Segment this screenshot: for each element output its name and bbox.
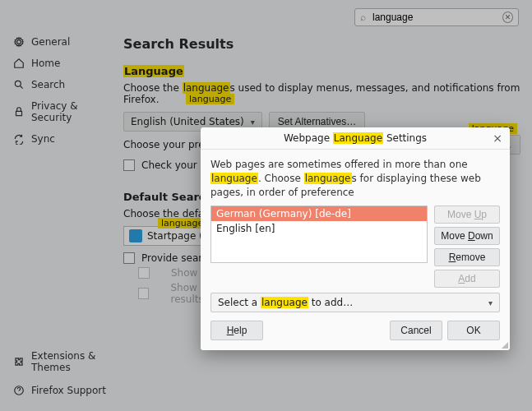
help-icon xyxy=(13,385,25,396)
clear-search-icon[interactable]: ✕ xyxy=(502,12,513,23)
provide-suggestions-checkbox[interactable] xyxy=(123,252,135,264)
search-hit-tooltip: language xyxy=(186,94,234,104)
sidebar-item-home[interactable]: Home xyxy=(13,58,118,69)
ok-button[interactable]: OK xyxy=(447,321,500,340)
search-nav-icon xyxy=(13,79,25,90)
sync-icon xyxy=(13,133,25,145)
move-down-button[interactable]: Move Down xyxy=(434,227,500,245)
move-up-button: Move Up xyxy=(434,206,500,224)
settings-search[interactable]: ⌕ ✕ xyxy=(354,8,519,26)
sidebar-item-support[interactable]: Firefox Support xyxy=(13,385,118,396)
add-language-select[interactable]: Select a language to add… ▾ xyxy=(210,293,500,312)
puzzle-icon xyxy=(13,356,25,367)
sidebar-item-privacy[interactable]: Privacy & Security xyxy=(13,100,118,123)
sidebar-label: Firefox Support xyxy=(31,385,106,396)
svg-rect-1 xyxy=(16,111,22,115)
sidebar-bottom: Extensions & Themes Firefox Support xyxy=(13,350,118,396)
sidebar-item-search[interactable]: Search xyxy=(13,79,118,90)
language-heading: Language xyxy=(123,65,520,77)
list-item[interactable]: English [en] xyxy=(211,221,427,236)
webpage-language-dialog: Webpage Language Settings × Web pages ar… xyxy=(201,127,510,350)
lock-icon xyxy=(13,106,25,118)
close-icon[interactable]: × xyxy=(492,132,503,145)
settings-sidebar: General Home Search Privacy & Security S… xyxy=(13,36,118,145)
sidebar-item-general[interactable]: General xyxy=(13,36,118,48)
sidebar-label: General xyxy=(31,36,70,48)
dialog-title: Webpage Language Settings × xyxy=(201,127,510,150)
engine-favicon-icon xyxy=(129,229,142,242)
language-desc: Choose the languages used to display men… xyxy=(123,82,520,105)
settings-search-input[interactable] xyxy=(371,11,497,24)
chevron-down-icon: ▾ xyxy=(488,298,493,307)
sub-suggestion-checkbox xyxy=(138,267,150,279)
sidebar-item-extensions[interactable]: Extensions & Themes xyxy=(13,350,118,373)
sidebar-label: Extensions & Themes xyxy=(31,350,118,373)
search-hit-tooltip: language xyxy=(158,218,206,229)
dialog-explanation: Web pages are sometimes offered in more … xyxy=(210,158,500,199)
page-title: Search Results xyxy=(123,36,520,52)
sub-suggestion-checkbox xyxy=(138,288,149,299)
cancel-button[interactable]: Cancel xyxy=(390,321,442,340)
search-icon: ⌕ xyxy=(360,12,366,23)
list-item[interactable]: German (Germany) [de-de] xyxy=(211,206,427,221)
help-button[interactable]: Help xyxy=(210,321,263,340)
home-icon xyxy=(13,58,25,69)
svg-point-0 xyxy=(15,81,21,86)
sidebar-label: Sync xyxy=(31,133,55,145)
resize-handle[interactable] xyxy=(500,340,508,349)
gear-icon xyxy=(13,36,25,48)
remove-button[interactable]: Remove xyxy=(434,248,500,266)
language-order-list[interactable]: German (Germany) [de-de] English [en] xyxy=(210,206,428,263)
check-spelling-checkbox[interactable] xyxy=(123,159,135,171)
sidebar-label: Privacy & Security xyxy=(31,100,118,123)
sidebar-label: Search xyxy=(31,79,65,90)
chevron-down-icon: ▾ xyxy=(251,118,255,127)
add-button: Add xyxy=(434,270,500,288)
sidebar-label: Home xyxy=(31,58,60,69)
sidebar-item-sync[interactable]: Sync xyxy=(13,133,118,145)
